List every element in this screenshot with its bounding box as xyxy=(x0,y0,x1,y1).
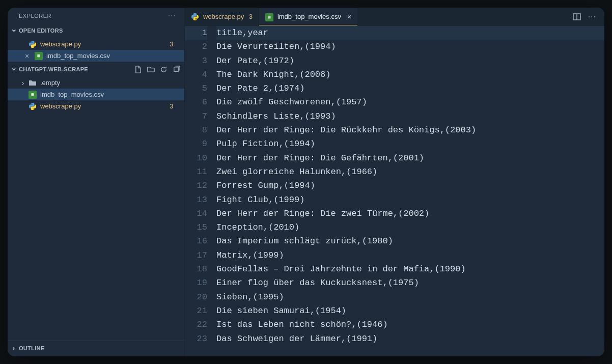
tree-file[interactable]: ⊞ imdb_top_movies.csv xyxy=(8,89,184,100)
dirty-badge: 3 xyxy=(170,41,179,48)
csv-icon: ⊞ xyxy=(34,52,43,60)
python-icon xyxy=(28,102,37,110)
line-number: 10 xyxy=(185,151,207,165)
line-number: 22 xyxy=(185,318,207,331)
editor-area: webscrape.py 3 ⊞ imdb_top_movies.csv × ·… xyxy=(185,8,604,356)
workspace-header[interactable]: CHATGPT-WEB-SCRAPE xyxy=(8,63,184,76)
tree-item-label: webscrape.py xyxy=(40,102,81,110)
tab-filename: imdb_top_movies.csv xyxy=(277,13,341,20)
dirty-badge: 3 xyxy=(249,13,253,20)
line-number: 19 xyxy=(185,276,207,290)
code-line[interactable]: Fight Club,(1999) xyxy=(216,193,604,207)
code-line[interactable]: Die sieben Samurai,(1954) xyxy=(216,304,604,318)
tab-more-icon[interactable]: ··· xyxy=(588,14,596,19)
dirty-badge: 3 xyxy=(170,103,179,110)
chevron-right-icon xyxy=(20,78,26,87)
open-editors-list: webscrape.py 3 × ⊞ imdb_top_movies.csv xyxy=(8,37,184,63)
open-editor-item[interactable]: × ⊞ imdb_top_movies.csv xyxy=(8,50,184,62)
code-line[interactable]: Der Pate,(1972) xyxy=(216,54,604,68)
code-line[interactable]: Pulp Fiction,(1994) xyxy=(216,137,604,151)
line-number: 9 xyxy=(185,137,207,151)
explorer-more-icon[interactable]: ··· xyxy=(168,13,176,18)
workspace-actions xyxy=(134,66,180,73)
tree-file[interactable]: webscrape.py 3 xyxy=(8,100,184,112)
refresh-icon[interactable] xyxy=(160,66,168,73)
tab-webscrape[interactable]: webscrape.py 3 xyxy=(185,8,259,25)
csv-icon: ⊞ xyxy=(265,12,273,21)
tree-item-label: imdb_top_movies.csv xyxy=(40,91,104,98)
close-icon[interactable]: × xyxy=(25,52,29,60)
line-number: 2 xyxy=(185,40,207,53)
code-line[interactable]: Inception,(2010) xyxy=(216,220,604,234)
line-number: 14 xyxy=(185,207,207,220)
svg-rect-0 xyxy=(174,67,178,71)
code-line[interactable]: The Dark Knight,(2008) xyxy=(216,68,604,81)
code-line[interactable]: Einer flog über das Kuckucksnest,(1975) xyxy=(216,276,604,290)
close-icon[interactable]: × xyxy=(347,13,351,21)
tab-filename: webscrape.py xyxy=(203,13,244,20)
line-number: 3 xyxy=(185,54,207,68)
new-file-icon[interactable] xyxy=(134,66,142,73)
code-line[interactable]: Die zwölf Geschworenen,(1957) xyxy=(216,95,604,109)
line-number: 23 xyxy=(185,332,207,346)
line-number: 17 xyxy=(185,248,207,262)
code-line[interactable]: Schindlers Liste,(1993) xyxy=(216,109,604,123)
csv-icon: ⊞ xyxy=(28,91,37,99)
line-number: 7 xyxy=(185,109,207,123)
code-line[interactable]: Der Herr der Ringe: Die Gefährten,(2001) xyxy=(216,151,604,165)
line-number: 1 xyxy=(185,26,207,40)
open-editors-header[interactable]: OPEN EDITORS xyxy=(8,24,184,37)
python-icon xyxy=(28,40,37,48)
line-number: 15 xyxy=(185,220,207,234)
line-number: 20 xyxy=(185,290,207,304)
code-line[interactable]: Das Imperium schlägt zurück,(1980) xyxy=(216,234,604,248)
line-number: 21 xyxy=(185,304,207,318)
code-line[interactable]: Das Schweigen der Lämmer,(1991) xyxy=(216,332,604,346)
vscode-window: EXPLORER ··· OPEN EDITORS webscrape.py 3… xyxy=(8,8,604,356)
file-tree: .empty ⊞ imdb_top_movies.csv webscrape.p… xyxy=(8,76,184,113)
explorer-header: EXPLORER ··· xyxy=(8,8,184,24)
code-line[interactable]: Die Verurteilten,(1994) xyxy=(216,40,604,53)
line-number: 4 xyxy=(185,68,207,81)
code-line[interactable]: Der Herr der Ringe: Die zwei Türme,(2002… xyxy=(216,207,604,220)
split-editor-icon[interactable] xyxy=(573,13,581,21)
code-line[interactable]: Der Herr der Ringe: Die Rückkehr des Kön… xyxy=(216,123,604,137)
python-icon xyxy=(191,13,199,21)
tabbar: webscrape.py 3 ⊞ imdb_top_movies.csv × ·… xyxy=(185,8,604,26)
explorer-title: EXPLORER xyxy=(19,13,51,19)
chevron-down-icon xyxy=(11,26,17,35)
line-number: 13 xyxy=(185,193,207,207)
code-line[interactable]: GoodFellas – Drei Jahrzehnte in der Mafi… xyxy=(216,262,604,276)
tree-folder[interactable]: .empty xyxy=(8,77,184,89)
code-line[interactable]: Der Pate 2,(1974) xyxy=(216,81,604,95)
open-editor-filename: webscrape.py xyxy=(40,40,81,48)
open-editor-item[interactable]: webscrape.py 3 xyxy=(8,38,184,50)
open-editor-filename: imdb_top_movies.csv xyxy=(46,52,110,60)
chevron-down-icon xyxy=(11,65,17,74)
line-number: 5 xyxy=(185,81,207,95)
tree-item-label: .empty xyxy=(40,79,60,87)
code-line[interactable]: Matrix,(1999) xyxy=(216,248,604,262)
outline-header[interactable]: OUTLINE xyxy=(8,340,184,356)
tab-csv[interactable]: ⊞ imdb_top_movies.csv × xyxy=(259,8,358,25)
code-line[interactable]: Ist das Leben nicht schön?,(1946) xyxy=(216,318,604,331)
open-editors-label: OPEN EDITORS xyxy=(19,27,63,34)
line-number: 18 xyxy=(185,262,207,276)
tabbar-actions: ··· xyxy=(565,8,604,25)
chevron-right-icon xyxy=(11,344,17,352)
code-line[interactable]: Forrest Gump,(1994) xyxy=(216,179,604,192)
line-number: 8 xyxy=(185,123,207,137)
explorer-sidebar: EXPLORER ··· OPEN EDITORS webscrape.py 3… xyxy=(8,8,185,356)
line-gutter: 1234567891011121314151617181920212223 xyxy=(185,26,216,356)
line-number: 12 xyxy=(185,179,207,192)
line-number: 16 xyxy=(185,234,207,248)
collapse-all-icon[interactable] xyxy=(173,66,180,73)
new-folder-icon[interactable] xyxy=(147,66,155,73)
code-line[interactable]: Zwei glorreiche Halunken,(1966) xyxy=(216,165,604,179)
code-line[interactable]: Sieben,(1995) xyxy=(216,290,604,304)
outline-label: OUTLINE xyxy=(19,345,44,351)
code-editor[interactable]: 1234567891011121314151617181920212223 ti… xyxy=(185,26,604,356)
line-number: 11 xyxy=(185,165,207,179)
code-line[interactable]: title,year xyxy=(216,26,604,40)
code-content[interactable]: title,yearDie Verurteilten,(1994)Der Pat… xyxy=(216,26,604,356)
